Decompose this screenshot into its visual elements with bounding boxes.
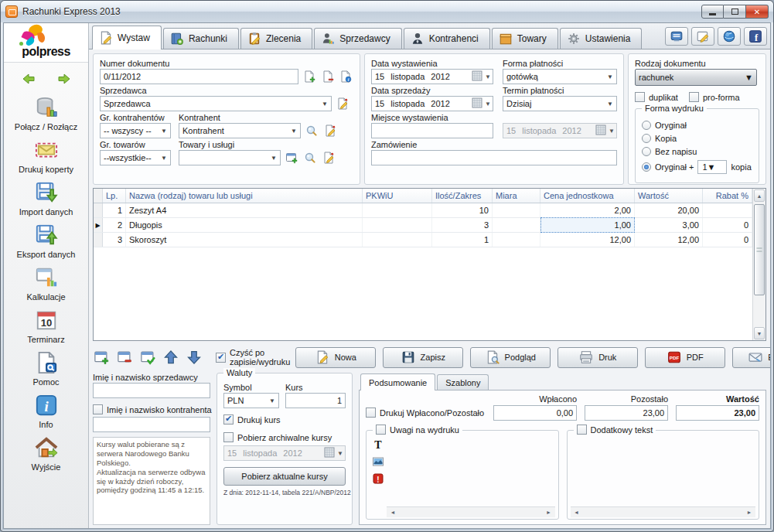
sidebar-item-eksport-danych[interactable]: Eksport danych xyxy=(4,223,88,259)
cell-miara[interactable] xyxy=(493,233,540,247)
cell-wartosc[interactable]: 20,00 xyxy=(635,203,703,217)
kontrahent-edit-icon[interactable] xyxy=(322,123,338,138)
druk-button[interactable]: Druk xyxy=(557,347,638,368)
move-down-icon[interactable] xyxy=(186,349,203,366)
tab-wystaw[interactable]: Wystaw xyxy=(92,26,162,49)
cell-lp[interactable]: 2 xyxy=(103,218,126,232)
tab-podsumowanie[interactable]: Podsumowanie xyxy=(360,373,435,390)
note-pencil-icon[interactable] xyxy=(691,27,714,46)
uwagi-checkbox[interactable]: Uwagi na wydruku xyxy=(373,425,462,435)
radio-oryginał[interactable]: Oryginał xyxy=(642,121,752,130)
zapisz-button[interactable]: Zapisz xyxy=(383,347,463,368)
tab-rachunki[interactable]: Rachunki xyxy=(163,28,239,49)
sidebar-item-wyjscie[interactable]: Wyjście xyxy=(4,436,88,472)
wplacono-input[interactable]: 0,00 xyxy=(493,405,577,421)
column-header-wartosc[interactable]: Wartość xyxy=(635,189,703,203)
doc-add-icon[interactable] xyxy=(302,69,317,84)
sidebar-item-polacz-rozlacz[interactable]: Połącz / Rozłącz xyxy=(4,96,88,131)
numer-dokumentu-input[interactable]: 0/11/2012 xyxy=(100,69,298,84)
proforma-checkbox[interactable]: pro-forma xyxy=(689,92,740,102)
scroll-up-icon[interactable]: ▲ xyxy=(754,189,765,202)
row-remove-icon[interactable] xyxy=(116,349,133,366)
imie-kontrahenta-input[interactable] xyxy=(93,417,210,432)
scroll-thumb[interactable] xyxy=(754,204,765,295)
row-selector[interactable] xyxy=(94,203,103,217)
column-header-ilosc[interactable]: Ilość/Zakres xyxy=(432,189,493,203)
kurs-input[interactable]: 1 xyxy=(285,393,346,408)
rodzaj-dokumentu-select[interactable]: rachunek▼ xyxy=(635,69,757,86)
nav-forward-icon[interactable] xyxy=(53,70,76,87)
duplikat-checkbox[interactable]: duplikat xyxy=(635,92,678,102)
cell-nazwa[interactable]: Skoroszyt xyxy=(126,233,363,247)
table-row[interactable]: ▶2Długopis31,003,000 xyxy=(94,218,752,233)
column-header-lp[interactable]: Lp. xyxy=(103,189,126,203)
kopie-count-select[interactable]: 1▼ xyxy=(697,160,727,174)
globe-icon[interactable] xyxy=(718,27,741,46)
imie-kontrahenta-checkbox[interactable]: Imię i nazwisko kontrahenta xyxy=(93,404,210,414)
radio-kopia[interactable]: Kopia xyxy=(642,134,752,143)
zamowienie-input[interactable] xyxy=(371,150,617,165)
row-confirm-icon[interactable] xyxy=(139,349,156,366)
row-selector[interactable] xyxy=(94,233,103,247)
sidebar-item-import-danych[interactable]: Import danych xyxy=(4,181,88,217)
uwagi-hscrollbar[interactable]: ◄► xyxy=(387,506,555,517)
kontrahent-select[interactable]: Kontrahent▼ xyxy=(179,123,301,138)
cell-ilosc[interactable]: 10 xyxy=(432,203,493,217)
cell-pkwiu[interactable] xyxy=(363,233,432,247)
close-button[interactable]: ✕ xyxy=(746,5,769,19)
minimize-button[interactable] xyxy=(701,5,724,19)
sidebar-item-kalkulacje[interactable]: Kalkulacje xyxy=(4,266,88,302)
pdf-button[interactable]: PDFPDF xyxy=(645,347,725,368)
cell-cena[interactable]: 1,00 xyxy=(540,217,635,233)
radio-bez-napisu[interactable]: Bez napisu xyxy=(642,147,752,156)
cell-rabat[interactable]: 0 xyxy=(703,218,752,232)
column-header-miara[interactable]: Miara xyxy=(493,189,540,203)
towar-search-icon[interactable] xyxy=(302,150,318,165)
towar-edit-icon[interactable] xyxy=(321,150,336,165)
cell-pkwiu[interactable] xyxy=(363,218,432,232)
sidebar-item-terminarz[interactable]: 10Terminarz xyxy=(4,309,88,344)
email-button[interactable]: E - mail xyxy=(732,347,771,368)
table-row[interactable]: 1Zeszyt A4102,0020,00 xyxy=(94,203,752,218)
sidebar-item-info[interactable]: iInfo xyxy=(4,394,88,429)
tab-szablony[interactable]: Szablony xyxy=(437,374,489,390)
podglad-button[interactable]: Podgląd xyxy=(470,347,551,368)
column-header-nazwa[interactable]: Nazwa (rodzaj) towaru lub usługi xyxy=(126,189,363,203)
cell-wartosc[interactable]: 3,00 xyxy=(635,218,703,232)
tab-kontrahenci[interactable]: Kontrahenci xyxy=(404,28,490,49)
sidebar-item-drukuj-koperty[interactable]: Drukuj koperty xyxy=(4,138,88,174)
column-header-rabat[interactable]: Rabat % xyxy=(703,189,752,203)
text-tool-icon[interactable]: T xyxy=(372,438,384,451)
cell-cena[interactable]: 12,00 xyxy=(540,233,635,247)
doc-info-icon[interactable]: i xyxy=(338,69,353,84)
tab-zlecenia[interactable]: Zlecenia xyxy=(240,28,312,49)
cell-ilosc[interactable]: 1 xyxy=(432,233,493,247)
dodatkowy-memo[interactable]: ◄► xyxy=(571,437,756,517)
image-tool-icon[interactable] xyxy=(372,455,384,468)
doc-remove-icon[interactable] xyxy=(320,69,336,84)
cell-cena[interactable]: 2,00 xyxy=(540,203,635,217)
pozostalo-input[interactable]: 23,00 xyxy=(585,405,668,421)
data-wystawienia-picker[interactable]: 15 listopada 2012 ▼ xyxy=(371,69,493,84)
cell-miara[interactable] xyxy=(493,218,540,232)
imie-sprzedawcy-input[interactable] xyxy=(93,383,210,398)
dodatkowy-checkbox[interactable]: Dodatkowy tekst xyxy=(574,425,656,435)
towary-uslugi-select[interactable]: ▼ xyxy=(179,150,281,165)
termin-platnosci-select[interactable]: Dzisiaj▼ xyxy=(503,96,617,111)
czysc-checkbox[interactable]: Czyść po zapisie/wydruku xyxy=(216,348,290,367)
tab-ustawienia[interactable]: Ustawienia xyxy=(560,28,643,49)
cell-miara[interactable] xyxy=(493,203,540,217)
tab-sprzedawcy[interactable]: Sprzedawcy xyxy=(314,28,401,49)
data-sprzedazy-picker[interactable]: 15 listopada 2012 ▼ xyxy=(371,96,493,111)
sidebar-item-pomoc[interactable]: Pomoc xyxy=(4,351,88,387)
drukuj-wplacono-checkbox[interactable]: Drukuj Wpłacono/Pozostało xyxy=(366,408,484,418)
column-header-pkwiu[interactable]: PKWiU xyxy=(363,189,432,203)
drukuj-kurs-checkbox[interactable]: Drukuj kurs xyxy=(223,414,346,425)
dodatkowy-hscrollbar[interactable]: ◄► xyxy=(571,506,756,517)
archiwalne-checkbox[interactable]: Pobierz archiwalne kursy xyxy=(223,432,346,442)
cell-wartosc[interactable]: 12,00 xyxy=(635,233,703,247)
facebook-icon[interactable]: f xyxy=(744,27,767,46)
device-icon[interactable] xyxy=(665,27,688,46)
column-header-cena[interactable]: Cena jednostkowa xyxy=(540,189,635,203)
grid-vertical-scrollbar[interactable]: ▲ ▼ xyxy=(752,189,765,340)
